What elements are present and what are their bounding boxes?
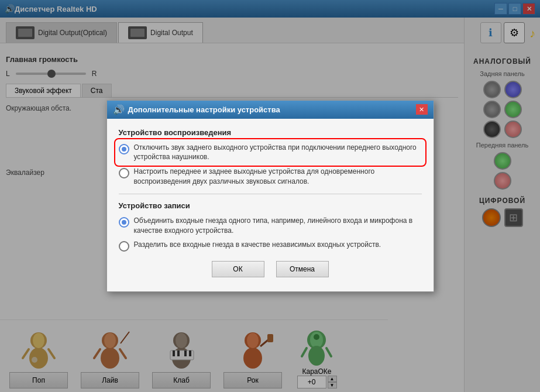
radio-combine-inputs[interactable]: [119, 217, 129, 228]
radio-separate-inputs[interactable]: [119, 241, 129, 252]
divider-1: [119, 194, 422, 194]
modal-audio-icon: 🔊: [113, 104, 125, 115]
playback-option-1-text: Отключить звук заднего выходного устройс…: [134, 143, 422, 163]
modal-title: Дополнительные настройки устройства: [128, 105, 280, 114]
radio-dual-output[interactable]: [119, 168, 129, 178]
record-option-2-text: Разделить все входные гнезда в качестве …: [134, 240, 381, 250]
modal-buttons: ОК Отмена: [119, 261, 422, 282]
playback-option-1: Отключить звук заднего выходного устройс…: [119, 143, 422, 163]
record-option-2: Разделить все входные гнезда в качестве …: [119, 240, 422, 252]
ok-button[interactable]: ОК: [212, 261, 264, 277]
playback-section-heading: Устройство воспроизведения: [119, 128, 422, 137]
record-option-1: Объединить входные гнезда одного типа, н…: [119, 216, 422, 236]
record-option-1-text: Объединить входные гнезда одного типа, н…: [134, 216, 422, 236]
record-section-heading: Устройство записи: [119, 201, 422, 210]
device-settings-modal: 🔊 Дополнительные настройки устройства ✕ …: [106, 100, 434, 293]
modal-close-button[interactable]: ✕: [416, 104, 428, 115]
modal-overlay: 🔊 Дополнительные настройки устройства ✕ …: [0, 0, 540, 392]
modal-title-bar: 🔊 Дополнительные настройки устройства ✕: [107, 101, 434, 119]
playback-option-2: Настроить переднее и заднее выходные уст…: [119, 167, 422, 187]
radio-mute-rear[interactable]: [119, 144, 129, 154]
cancel-button[interactable]: Отмена: [276, 261, 329, 277]
playback-option-2-text: Настроить переднее и заднее выходные уст…: [134, 167, 422, 187]
modal-body: Устройство воспроизведения Отключить зву…: [107, 119, 434, 292]
